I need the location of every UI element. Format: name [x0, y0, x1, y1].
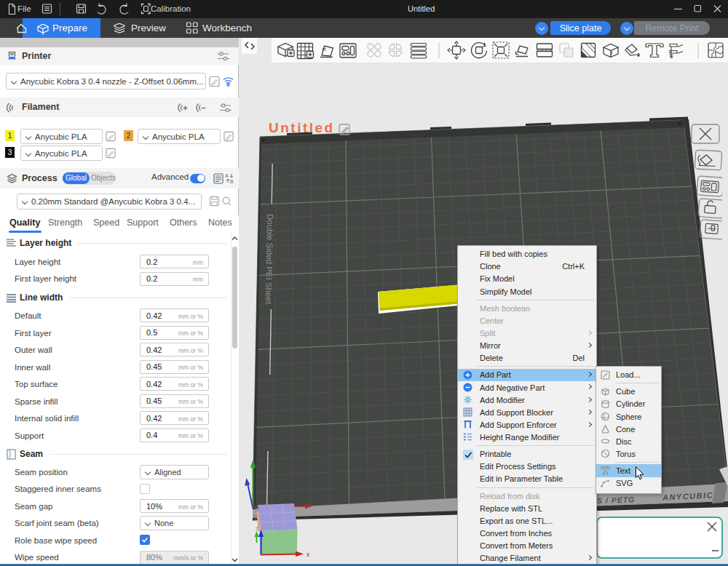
svg-text:B: B — [230, 179, 234, 184]
svg-text:Untitled: Untitled — [408, 4, 435, 13]
svg-text:z: z — [256, 525, 259, 532]
svg-text:Calibration: Calibration — [151, 4, 191, 13]
svg-text:File: File — [17, 4, 31, 13]
svg-text:y: y — [254, 513, 258, 520]
svg-text:x: x — [306, 551, 310, 558]
svg-text:A: A — [225, 173, 229, 178]
